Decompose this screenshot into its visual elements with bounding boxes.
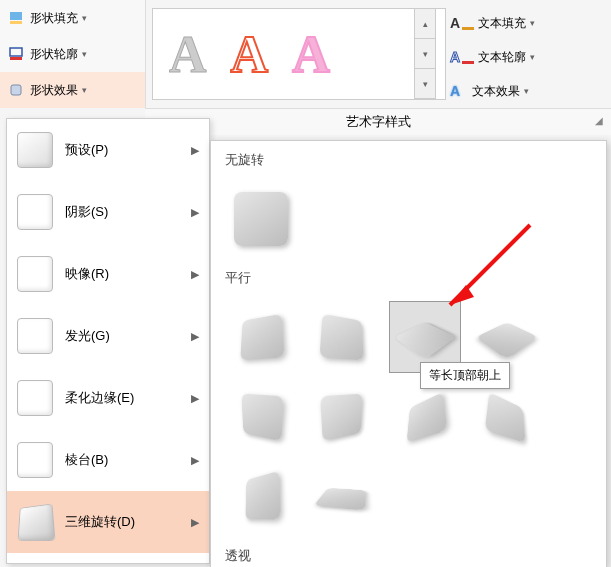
rotation-parallel-2[interactable]: [307, 301, 379, 373]
rotation-thumb-icon: [18, 503, 56, 541]
rotation-none[interactable]: [225, 183, 297, 255]
rotation-parallel-1[interactable]: [225, 301, 297, 373]
submenu-label: 映像(R): [65, 265, 191, 283]
shape-outline-button[interactable]: 形状轮廓 ▾: [0, 36, 145, 72]
submenu-label: 发光(G): [65, 327, 191, 345]
effects-icon: [8, 82, 24, 98]
section-no-rotation: 无旋转: [211, 141, 606, 179]
text-outline-label: 文本轮廓: [478, 49, 526, 66]
caret-icon: ▾: [530, 18, 535, 28]
parallel-row-3: [211, 457, 606, 537]
wordart-preset-2[interactable]: A: [231, 25, 269, 84]
caret-icon: ▾: [82, 13, 87, 23]
gallery-down-button[interactable]: ▾: [415, 39, 435, 69]
shape-effects-label: 形状效果: [30, 82, 78, 99]
bevel-thumb-icon: [17, 442, 53, 478]
rotation-tooltip: 等长顶部朝上: [420, 362, 510, 389]
submenu-shadow[interactable]: 阴影(S) ▶: [7, 181, 209, 243]
submenu-bevel[interactable]: 棱台(B) ▶: [7, 429, 209, 491]
rotation-parallel-7[interactable]: [389, 381, 461, 453]
soft-edges-thumb-icon: [17, 380, 53, 416]
fill-icon: [8, 10, 24, 26]
shape-tools-group: 形状填充 ▾ 形状轮廓 ▾ 形状效果 ▾: [0, 0, 146, 108]
submenu-reflection[interactable]: 映像(R) ▶: [7, 243, 209, 305]
shape-fill-label: 形状填充: [30, 10, 78, 27]
rotation-parallel-10[interactable]: [307, 461, 379, 533]
rotation-parallel-6[interactable]: [307, 381, 379, 453]
submenu-label: 阴影(S): [65, 203, 191, 221]
parallel-row-1: [211, 297, 606, 377]
gallery-up-button[interactable]: ▴: [415, 9, 435, 39]
rotation-parallel-8[interactable]: [471, 381, 543, 453]
rotation-parallel-5[interactable]: [225, 381, 297, 453]
text-outline-button[interactable]: A 文本轮廓 ▾: [442, 40, 602, 74]
submenu-3d-rotation[interactable]: 三维旋转(D) ▶: [7, 491, 209, 553]
submenu-label: 棱台(B): [65, 451, 191, 469]
svg-rect-2: [10, 48, 22, 56]
svg-rect-1: [10, 21, 22, 24]
underline-swatch: [462, 61, 474, 64]
svg-rect-0: [10, 12, 22, 20]
section-parallel: 平行: [211, 259, 606, 297]
ribbon-group-footer: 艺术字样式 ◢: [145, 108, 611, 135]
gallery-scroll: ▴ ▾ ▾: [414, 8, 436, 100]
submenu-label: 柔化边缘(E): [65, 389, 191, 407]
shadow-thumb-icon: [17, 194, 53, 230]
submenu-label: 三维旋转(D): [65, 513, 191, 531]
chevron-right-icon: ▶: [191, 330, 199, 343]
no-rotation-row: [211, 179, 606, 259]
text-effects-button[interactable]: A 文本效果 ▾: [442, 74, 602, 108]
submenu-preset[interactable]: 预设(P) ▶: [7, 119, 209, 181]
caret-icon: ▾: [530, 52, 535, 62]
shape-effects-submenu: 预设(P) ▶ 阴影(S) ▶ 映像(R) ▶ 发光(G) ▶ 柔化边缘(E) …: [6, 118, 210, 564]
chevron-right-icon: ▶: [191, 268, 199, 281]
wordart-preset-1[interactable]: A: [169, 25, 207, 84]
text-fill-label: 文本填充: [478, 15, 526, 32]
text-tools-group: A 文本填充 ▾ A 文本轮廓 ▾ A 文本效果 ▾: [442, 6, 602, 108]
ribbon-group-label: 艺术字样式: [346, 113, 411, 131]
shape-outline-label: 形状轮廓: [30, 46, 78, 63]
glow-thumb-icon: [17, 318, 53, 354]
text-effects-icon: A: [446, 82, 464, 100]
shape-fill-button[interactable]: 形状填充 ▾: [0, 0, 145, 36]
wordart-gallery[interactable]: A A A: [152, 8, 446, 100]
rotation-panel: 无旋转 平行 透视: [210, 140, 607, 567]
caret-icon: ▾: [82, 85, 87, 95]
dialog-launcher-icon[interactable]: ◢: [595, 115, 603, 126]
text-fill-button[interactable]: A 文本填充 ▾: [442, 6, 602, 40]
reflection-thumb-icon: [17, 256, 53, 292]
rotation-parallel-9[interactable]: [225, 461, 297, 533]
chevron-right-icon: ▶: [191, 392, 199, 405]
outline-icon: [8, 46, 24, 62]
chevron-right-icon: ▶: [191, 454, 199, 467]
caret-icon: ▾: [524, 86, 529, 96]
caret-icon: ▾: [82, 49, 87, 59]
svg-rect-4: [11, 85, 21, 95]
wordart-preset-3[interactable]: A: [292, 25, 330, 84]
shape-effects-button[interactable]: 形状效果 ▾: [0, 72, 145, 108]
preset-thumb-icon: [17, 132, 53, 168]
svg-rect-3: [10, 57, 22, 60]
chevron-right-icon: ▶: [191, 144, 199, 157]
submenu-soft-edges[interactable]: 柔化边缘(E) ▶: [7, 367, 209, 429]
chevron-right-icon: ▶: [191, 206, 199, 219]
gallery-more-button[interactable]: ▾: [415, 69, 435, 99]
parallel-row-2: [211, 377, 606, 457]
text-effects-label: 文本效果: [472, 83, 520, 100]
underline-swatch: [462, 27, 474, 30]
submenu-glow[interactable]: 发光(G) ▶: [7, 305, 209, 367]
chevron-right-icon: ▶: [191, 516, 199, 529]
submenu-label: 预设(P): [65, 141, 191, 159]
section-perspective: 透视: [211, 537, 606, 567]
